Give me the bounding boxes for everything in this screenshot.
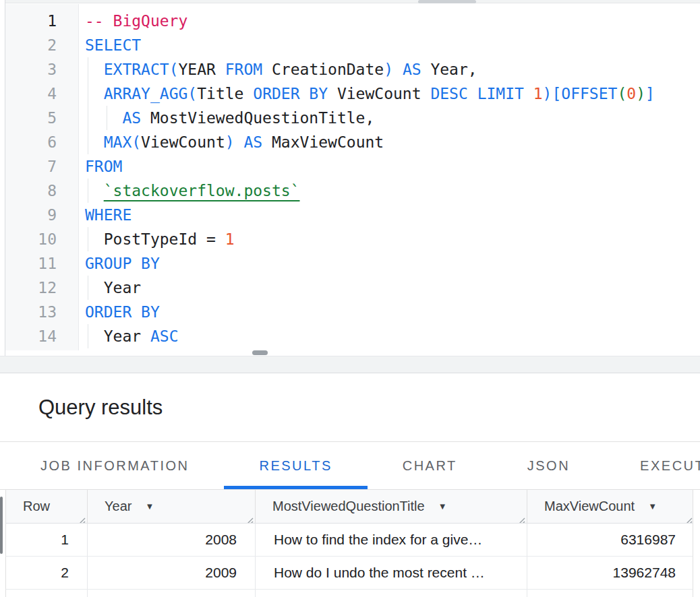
indent-guide [88,82,88,106]
code-line-6: 6 MAX(ViewCount) AS MaxViewCount [5,130,700,154]
column-menu-dropdown-icon[interactable]: ▼ [648,502,657,511]
results-vertical-scrollbar-thumb[interactable] [0,497,3,554]
column-header-mostviewedquestiontitle: MostViewedQuestionTitle▼ [256,490,527,523]
code-text: GROUP BY [79,251,160,276]
table-cell: How do I undo the most recent … [256,557,527,589]
editor-horizontal-scrollbar [5,0,700,3]
line-number: 3 [5,57,79,82]
code-line-10: 10 PostTypeId = 1 [5,227,700,251]
table-cell [256,590,527,597]
query-results-header: Query results [0,373,700,442]
table-row-2: 22009How do I undo the most recent …1396… [5,557,693,590]
column-header-label: Row [23,499,50,514]
indent-guide [88,57,88,82]
tab-execution-details[interactable]: EXECUTION DETAILS [605,442,700,489]
table-cell [6,590,88,597]
line-number: 1 [5,9,79,33]
code-line-13: 13ORDER BY [5,300,700,324]
code-text: FROM [79,154,122,179]
table-row-partial [5,590,693,597]
code-line-2: 2SELECT [5,33,700,57]
column-header-row: Row [6,490,88,523]
table-cell: 13962748 [527,557,694,589]
code-text: PostTypeId = 1 [79,227,235,251]
column-header-year: Year▼ [88,490,256,523]
code-text: Year ASC [79,324,178,348]
tab-chart[interactable]: CHART [368,442,492,489]
column-menu-dropdown-icon[interactable]: ▼ [438,502,447,511]
column-header-label: MaxViewCount [544,499,635,514]
column-resize-handle-icon[interactable] [517,513,525,522]
code-line-3: 3 EXTRACT(YEAR FROM CreationDate) AS Yea… [5,57,700,82]
line-number: 6 [5,130,79,154]
line-number: 7 [5,154,79,179]
results-tabs: JOB INFORMATIONRESULTSCHARTJSONEXECUTION… [0,442,700,490]
column-header-label: Year [105,499,132,514]
line-number: 12 [5,276,79,300]
code-text: ARRAY_AGG(Title ORDER BY ViewCount DESC … [79,82,655,106]
table-row-1: 12008How to find the index for a give…63… [5,524,693,557]
indent-guide [88,130,88,154]
table-cell: How to find the index for a give… [256,524,527,556]
code-line-11: 11GROUP BY [5,251,700,276]
line-number: 4 [5,82,79,106]
code-text: ORDER BY [79,300,160,324]
column-header-maxviewcount: MaxViewCount▼ [527,490,694,523]
code-text: SELECT [79,33,141,57]
table-cell [527,590,694,597]
table-cell: 2 [6,557,88,589]
code-line-7: 7FROM [5,154,700,179]
sql-editor[interactable]: 1-- BigQuery2SELECT3 EXTRACT(YEAR FROM C… [5,4,700,350]
results-table-body: 12008How to find the index for a give…63… [5,524,693,597]
code-text: EXTRACT(YEAR FROM CreationDate) AS Year, [79,57,477,82]
line-number: 5 [5,106,79,130]
table-cell [88,590,256,597]
table-cell: 2009 [88,557,256,589]
code-line-1: 1-- BigQuery [5,9,700,33]
line-number: 13 [5,300,79,324]
code-text: WHERE [79,203,132,227]
column-resize-handle-icon[interactable] [78,513,86,522]
editor-horizontal-scrollbar-thumb[interactable] [418,0,476,3]
indent-guide [88,324,88,348]
line-number: 8 [5,179,79,203]
code-text: MAX(ViewCount) AS MaxViewCount [79,130,384,154]
line-number: 14 [5,324,79,348]
indent-guide [88,227,88,251]
line-number: 11 [5,251,79,276]
column-menu-dropdown-icon[interactable]: ▼ [145,502,154,511]
tab-job-information[interactable]: JOB INFORMATION [5,442,224,489]
results-table-header-row: RowYear▼MostViewedQuestionTitle▼MaxViewC… [5,490,693,524]
code-line-9: 9WHERE [5,203,700,227]
indent-guide [107,106,107,130]
line-number: 9 [5,203,79,227]
code-line-5: 5 AS MostViewedQuestionTitle, [5,106,700,130]
table-cell: 1 [6,524,88,556]
indent-guide [88,276,88,300]
table-cell: 2008 [88,524,256,556]
editor-bottom-scrollbar-thumb[interactable] [252,350,268,355]
tab-json[interactable]: JSON [492,442,605,489]
code-line-8: 8 `stackoverflow.posts` [5,179,700,203]
code-text: -- BigQuery [79,9,187,33]
code-line-4: 4 ARRAY_AGG(Title ORDER BY ViewCount DES… [5,82,700,106]
indent-guide [88,179,88,203]
code-line-14: 14 Year ASC [5,324,700,348]
line-number: 10 [5,227,79,251]
tab-results[interactable]: RESULTS [224,442,367,489]
code-line-12: 12 Year [5,276,700,300]
column-resize-handle-icon[interactable] [245,513,254,522]
column-resize-handle-icon[interactable] [684,513,693,522]
column-header-label: MostViewedQuestionTitle [272,499,425,514]
table-cell: 6316987 [527,524,694,556]
code-text: `stackoverflow.posts` [79,179,300,203]
code-text: AS MostViewedQuestionTitle, [79,106,374,130]
indent-guide [88,106,88,130]
line-number: 2 [5,33,79,57]
results-table: RowYear▼MostViewedQuestionTitle▼MaxViewC… [5,490,693,597]
panel-divider-band [0,356,700,373]
query-results-title: Query results [38,396,163,420]
